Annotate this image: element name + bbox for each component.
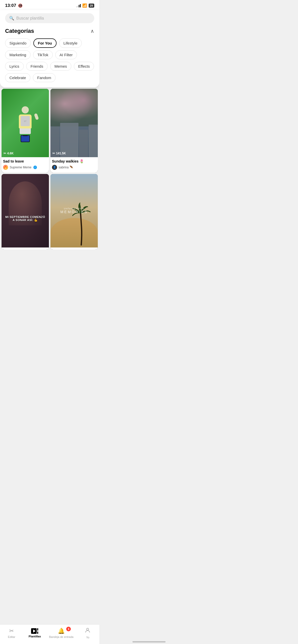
chip-fandom[interactable]: Fandom — [33, 73, 56, 82]
signal-bar-1 — [76, 6, 77, 7]
categories-title: Categorías — [5, 28, 34, 34]
author-name-1: Supreme Meme — [10, 166, 31, 169]
author-avatar-1: 🔥 — [3, 165, 8, 170]
unforgettable-label: Unforgettable — [60, 207, 88, 210]
signal-bars — [76, 4, 81, 7]
card-title-2: Sunday walkies 🌷 — [52, 159, 96, 163]
card-spacer-4 — [50, 247, 98, 250]
chip-effects[interactable]: Effects — [74, 62, 94, 71]
chip-ai-filter[interactable]: AI Filter — [55, 50, 77, 59]
scissors-icon-2: ✂ — [52, 152, 55, 155]
scissors-icon-1: ✂ — [4, 152, 6, 155]
card-author-2: 👤 sabrina 🪶 — [52, 165, 96, 170]
chip-tiktok[interactable]: TikTok — [33, 50, 53, 59]
uses-count-2: 141.5K — [56, 152, 66, 155]
thumb-flowers — [50, 89, 98, 157]
video-thumb-2: ✂ 141.5K — [50, 89, 98, 157]
chevron-up-icon[interactable]: ∧ — [90, 28, 94, 34]
memories-text: Unforgettable MEMORIES — [60, 207, 88, 214]
video-thumb-1: ST ✂ 4.6K — [2, 89, 49, 157]
uses-badge-1: ✂ 4.6K — [4, 152, 13, 155]
sim-icon: 📵 — [18, 4, 22, 8]
person-silhouette: ST — [15, 106, 35, 139]
thumb-palm: Unforgettable MEMORIES — [50, 174, 98, 247]
chip-memes[interactable]: Memes — [50, 62, 71, 71]
category-chips: Siguiendo For You Lifestyle Marketing Ti… — [5, 38, 94, 82]
card-author-1: 🔥 Supreme Meme ✓ — [3, 165, 47, 170]
chip-siguiendo[interactable]: Siguiendo — [5, 38, 31, 48]
signal-bar-3 — [79, 5, 79, 7]
battery-icon: 29 — [89, 4, 94, 8]
nav-spacer — [0, 251, 99, 271]
card-spacer-3 — [2, 247, 49, 250]
video-card-september[interactable]: MI SEPTIEMBRE COMENZÓA SONAR ASÍ: 💪 — [2, 174, 49, 250]
status-bar: 13:07 📵 📶 29 — [0, 0, 99, 10]
uses-badge-2: ✂ 141.5K — [52, 152, 66, 155]
overlay-panel: 🔍 Buscar plantilla Categorías ∧ Siguiend… — [0, 10, 99, 87]
video-card-sunday-walkies[interactable]: ✂ 141.5K Sunday walkies 🌷 👤 sabrina 🪶 — [50, 89, 98, 172]
girl-text: MI SEPTIEMBRE COMENZÓA SONAR ASÍ: 💪 — [2, 215, 49, 222]
categories-header: Categorías ∧ — [5, 28, 94, 34]
chip-lyrics[interactable]: Lyrics — [5, 62, 24, 71]
author-avatar-2: 👤 — [52, 165, 57, 170]
author-name-2: sabrina 🪶 — [59, 166, 73, 169]
verified-badge-1: ✓ — [33, 166, 37, 169]
search-icon: 🔍 — [9, 16, 14, 21]
content-grid: ST ✂ 4.6K Sad to leave — [0, 87, 99, 251]
video-thumb-3: MI SEPTIEMBRE COMENZÓA SONAR ASÍ: 💪 — [2, 174, 49, 247]
video-thumb-4: Unforgettable MEMORIES — [50, 174, 98, 247]
card-info-1: Sad to leave 🔥 Supreme Meme ✓ — [2, 157, 49, 172]
chip-celebrate[interactable]: Celebrate — [5, 73, 30, 82]
status-time: 13:07 — [5, 3, 16, 8]
chip-lifestyle[interactable]: Lifestyle — [59, 38, 82, 48]
thumb-girl: MI SEPTIEMBRE COMENZÓA SONAR ASÍ: 💪 — [2, 174, 49, 247]
chip-for-you[interactable]: For You — [33, 38, 57, 48]
signal-bar-2 — [77, 6, 78, 7]
memories-title: MEMORIES — [60, 210, 88, 214]
wifi-icon: 📶 — [82, 3, 87, 8]
status-icons: 📶 29 — [76, 3, 94, 8]
thumb-green: ST — [2, 89, 49, 157]
video-card-memories[interactable]: Unforgettable MEMORIES — [50, 174, 98, 250]
chip-friends[interactable]: Friends — [26, 62, 48, 71]
search-bar[interactable]: 🔍 Buscar plantilla — [5, 13, 94, 23]
flowers-overlay — [50, 89, 98, 126]
card-info-2: Sunday walkies 🌷 👤 sabrina 🪶 — [50, 157, 98, 172]
signal-bar-4 — [80, 4, 81, 7]
search-placeholder: Buscar plantilla — [16, 16, 44, 21]
uses-count-1: 4.6K — [7, 152, 13, 155]
chip-marketing[interactable]: Marketing — [5, 50, 31, 59]
video-card-sad-to-leave[interactable]: ST ✂ 4.6K Sad to leave — [2, 89, 49, 172]
card-title-1: Sad to leave — [3, 159, 47, 163]
